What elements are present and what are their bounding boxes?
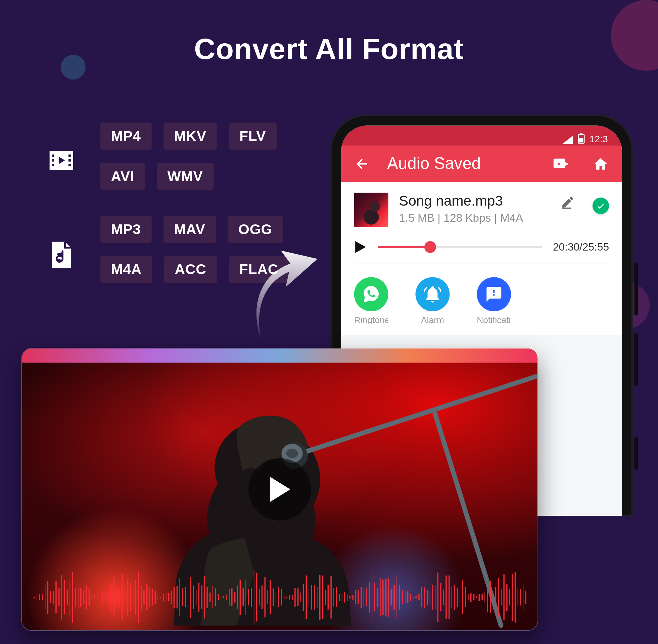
svg-point-25 (284, 446, 301, 461)
status-time: 12:3 (590, 134, 608, 144)
back-icon[interactable] (354, 156, 370, 172)
share-row (341, 264, 622, 311)
phone-side-button (635, 333, 638, 386)
file-thumbnail (354, 193, 389, 227)
arrow-icon (254, 259, 319, 330)
share-label-notification: Notification (477, 315, 511, 324)
status-bar: 12:3 (341, 125, 622, 145)
svg-rect-5 (51, 157, 54, 159)
format-chip-acc[interactable]: ACC (164, 256, 217, 283)
format-chip-wmv[interactable]: WMV (157, 163, 214, 190)
share-label-alarm: Alarm (415, 315, 449, 324)
export-icon[interactable] (552, 156, 569, 172)
svg-line-22 (297, 376, 538, 455)
svg-marker-21 (355, 241, 366, 253)
format-chip-flv[interactable]: FLV (229, 123, 277, 150)
audio-waveform (34, 575, 526, 620)
format-chip-mp4[interactable]: MP4 (101, 123, 152, 150)
success-check-icon (593, 198, 609, 214)
file-name: Song name.mp3 (399, 193, 546, 209)
svg-point-13 (57, 259, 61, 262)
share-whatsapp-button[interactable] (354, 277, 389, 311)
video-preview-card (21, 348, 538, 631)
video-format-chips: MP4 MKV FLV AVI WMV (101, 123, 277, 190)
svg-rect-8 (68, 152, 72, 155)
format-chip-mav[interactable]: MAV (163, 216, 216, 243)
svg-rect-9 (68, 157, 72, 159)
share-label-ringtone: Ringtone (354, 315, 389, 324)
audio-file-icon (47, 240, 75, 269)
progress-fill (378, 246, 431, 248)
svg-rect-11 (68, 166, 72, 169)
svg-rect-6 (51, 162, 54, 164)
progress-track[interactable] (378, 246, 542, 248)
phone-side-button (635, 262, 638, 315)
svg-rect-20 (562, 208, 571, 209)
svg-rect-16 (579, 138, 583, 142)
progress-knob[interactable] (424, 241, 436, 253)
play-icon[interactable] (354, 240, 367, 254)
page-title: Convert All Format (0, 32, 658, 66)
format-chip-avi[interactable]: AVI (101, 163, 145, 190)
player-time: 20:30/25:55 (553, 241, 609, 253)
format-chip-mkv[interactable]: MKV (163, 123, 217, 150)
play-button[interactable] (248, 458, 311, 521)
home-icon[interactable] (593, 156, 609, 172)
svg-rect-10 (68, 162, 72, 164)
set-alarm-button[interactable] (415, 277, 449, 311)
file-meta: 1.5 MB | 128 Kbps | M4A (399, 212, 546, 225)
svg-marker-26 (270, 477, 290, 502)
format-chip-m4a[interactable]: M4A (101, 256, 152, 283)
battery-icon (578, 133, 585, 144)
audio-formats-block: MP3 MAV OGG M4A ACC FLAC (47, 216, 289, 283)
format-chip-mp3[interactable]: MP3 (101, 216, 152, 243)
saved-file-card: Song name.mp3 1.5 MB | 128 Kbps | M4A (341, 182, 622, 263)
gradient-accent (22, 348, 538, 363)
edit-icon[interactable] (561, 195, 575, 209)
format-chip-ogg[interactable]: OGG (227, 216, 283, 243)
signal-icon (562, 136, 573, 144)
appbar-title: Audio Saved (387, 155, 538, 174)
svg-marker-18 (563, 161, 569, 167)
phone-side-button (635, 437, 638, 470)
audio-player: 20:30/25:55 (354, 240, 609, 254)
svg-rect-15 (580, 133, 583, 135)
video-file-icon (47, 146, 75, 175)
share-labels: Ringtone Alarm Notification (341, 311, 622, 324)
svg-rect-7 (51, 166, 54, 169)
app-bar: Audio Saved (341, 145, 622, 182)
svg-rect-4 (51, 152, 54, 155)
set-notification-button[interactable] (477, 277, 511, 311)
video-formats-block: MP4 MKV FLV AVI WMV (47, 123, 277, 190)
